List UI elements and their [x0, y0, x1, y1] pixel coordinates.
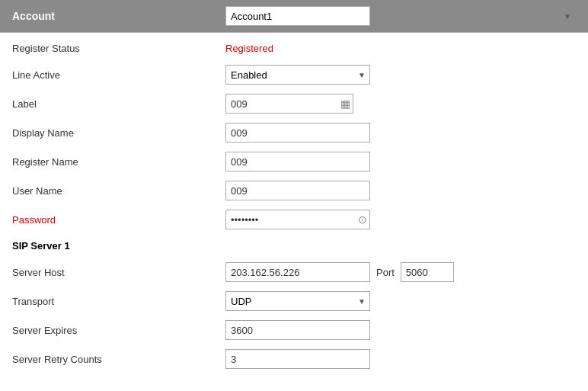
line-active-label: Line Active [12, 69, 225, 81]
user-name-label: User Name [12, 185, 225, 197]
password-input-wrap: ⊙ [225, 210, 370, 229]
server-expires-row: Server Expires [0, 316, 588, 345]
server-host-label: Server Host [12, 267, 225, 278]
register-name-row: Register Name [0, 147, 588, 176]
user-name-row: User Name [0, 176, 588, 205]
register-status-value: Registered [225, 43, 273, 54]
header-row: Account Account1 Account2 Account3 [0, 0, 588, 33]
password-row: Password ⊙ [0, 205, 588, 234]
server-expires-input[interactable] [225, 320, 370, 340]
register-name-label: Register Name [12, 156, 225, 168]
transport-label: Transport [12, 296, 225, 307]
display-name-input[interactable] [225, 123, 370, 143]
main-container: Account Account1 Account2 Account3 Regis… [0, 0, 588, 391]
server-host-input[interactable] [225, 262, 370, 282]
server-retry-counts-row: Server Retry Counts [0, 345, 588, 373]
password-input[interactable] [225, 210, 370, 229]
transport-select[interactable]: UDP TCP TLS [225, 291, 370, 311]
form-body: Register Status Registered Line Active E… [0, 33, 588, 377]
label-input-wrap: ▦ [225, 94, 353, 114]
password-label: Password [12, 214, 225, 226]
port-label: Port [376, 267, 395, 278]
display-name-row: Display Name [0, 118, 588, 147]
user-name-input[interactable] [225, 181, 370, 200]
server-retry-counts-input[interactable] [225, 349, 370, 369]
account-header-label: Account [12, 10, 225, 22]
register-status-label: Register Status [12, 43, 225, 54]
label-field-label: Label [12, 98, 225, 110]
server-expires-label: Server Expires [12, 325, 225, 336]
register-status-row: Register Status Registered [0, 36, 588, 60]
transport-select-wrap[interactable]: UDP TCP TLS [225, 291, 370, 311]
server-host-inputs: Port [225, 262, 454, 282]
account-select-wrap[interactable]: Account1 Account2 Account3 [225, 6, 576, 26]
display-name-label: Display Name [12, 127, 225, 139]
server-retry-counts-label: Server Retry Counts [12, 354, 225, 365]
line-active-select[interactable]: Enabled Disabled [225, 65, 370, 85]
transport-row: Transport UDP TCP TLS [0, 287, 588, 316]
label-row: Label ▦ [0, 89, 588, 118]
register-name-input[interactable] [225, 152, 370, 171]
line-active-row: Line Active Enabled Disabled [0, 60, 588, 89]
server-host-row: Server Host Port [0, 258, 588, 287]
sip-server-1-header: SIP Server 1 [0, 234, 588, 258]
port-input[interactable] [401, 262, 454, 282]
line-active-select-wrap[interactable]: Enabled Disabled [225, 65, 370, 85]
label-input[interactable] [225, 94, 353, 114]
account-select[interactable]: Account1 Account2 Account3 [225, 6, 370, 26]
